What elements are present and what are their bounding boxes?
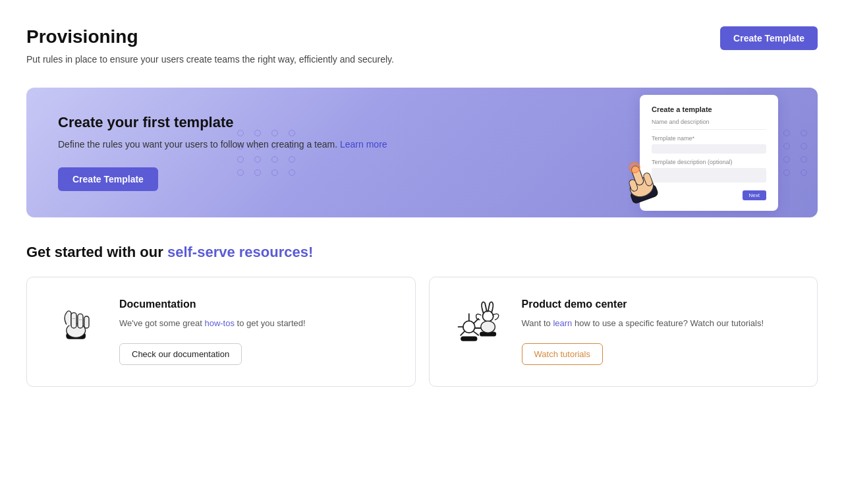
create-template-header-button[interactable]: Create Template xyxy=(720,26,818,50)
mock-card-title: Create a template xyxy=(652,105,766,113)
resources-grid: Documentation We've got some great how-t… xyxy=(26,277,818,387)
documentation-title: Documentation xyxy=(119,298,391,310)
banner-description: Define the rules you want your users to … xyxy=(58,138,786,152)
learn-link[interactable]: learn xyxy=(553,318,572,328)
banner-title: Create your first template xyxy=(58,114,786,131)
svg-rect-9 xyxy=(78,314,83,328)
demo-center-icon xyxy=(453,298,506,346)
header-left: Provisioning Put rules in place to ensur… xyxy=(26,26,394,67)
demo-center-title: Product demo center xyxy=(522,298,794,310)
svg-rect-20 xyxy=(461,337,477,341)
svg-rect-10 xyxy=(84,316,89,328)
learn-more-link[interactable]: Learn more xyxy=(340,139,387,150)
banner: Create your first template Define the ru… xyxy=(26,88,818,217)
resources-heading-text: Get started with our xyxy=(26,244,167,260)
mock-card-next-button: Next xyxy=(743,190,766,200)
svg-rect-8 xyxy=(71,313,76,328)
documentation-icon xyxy=(51,298,103,346)
demo-center-description-text: Want to learn how to use a specific feat… xyxy=(522,318,764,328)
page-subtitle: Put rules in place to ensure your users … xyxy=(26,53,394,67)
demo-center-description: Want to learn how to use a specific feat… xyxy=(522,317,794,330)
how-tos-link[interactable]: how-tos xyxy=(204,318,235,328)
svg-line-17 xyxy=(474,331,478,335)
documentation-description: We've got some great how-tos to get you … xyxy=(119,317,391,330)
check-documentation-button[interactable]: Check our documentation xyxy=(119,343,242,365)
demo-center-info: Product demo center Want to learn how to… xyxy=(522,298,794,365)
svg-line-18 xyxy=(461,331,464,335)
banner-description-text: Define the rules you want your users to … xyxy=(58,139,340,150)
demo-center-card: Product demo center Want to learn how to… xyxy=(429,277,818,387)
svg-point-23 xyxy=(480,321,495,333)
watch-tutorials-button[interactable]: Watch tutorials xyxy=(522,343,604,365)
svg-point-13 xyxy=(463,321,474,333)
create-template-banner-button[interactable]: Create Template xyxy=(58,167,158,191)
resources-heading-highlight: self-serve resources! xyxy=(167,244,313,260)
banner-content: Create your first template Define the ru… xyxy=(58,114,786,191)
resources-heading: Get started with our self-serve resource… xyxy=(26,244,818,261)
page-title: Provisioning xyxy=(26,26,394,47)
documentation-card: Documentation We've got some great how-t… xyxy=(26,277,416,387)
documentation-info: Documentation We've got some great how-t… xyxy=(119,298,391,365)
page-header: Provisioning Put rules in place to ensur… xyxy=(26,26,818,67)
documentation-description-text: We've got some great how-tos to get you … xyxy=(119,318,306,328)
